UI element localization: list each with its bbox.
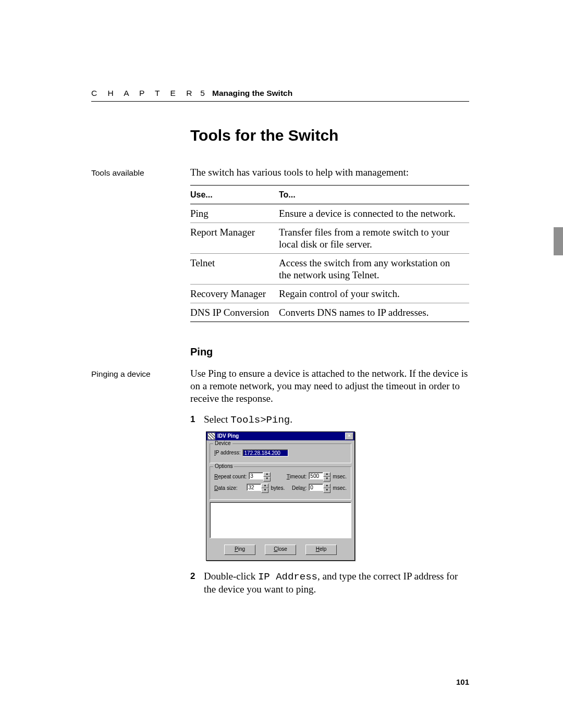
- spin-down[interactable]: ▼: [263, 477, 271, 482]
- tools-intro: The switch has various tools to help wit…: [190, 166, 469, 179]
- chapter-number: 5: [200, 89, 205, 98]
- data-size-input[interactable]: 32: [247, 484, 261, 491]
- unit-msec-2: msec.: [333, 485, 347, 491]
- btn-close-rest: lose: [277, 546, 287, 552]
- section-ping: Pinging a device Use Ping to ensure a de…: [91, 367, 469, 601]
- section-tools: Tools available The switch has various t…: [91, 166, 469, 322]
- step1-trail: .: [290, 414, 292, 425]
- btn-ping-u: P: [235, 546, 238, 552]
- spin-up[interactable]: ▲: [323, 472, 331, 477]
- table-row: Ping Ensure a device is connected to the…: [190, 204, 469, 223]
- help-button[interactable]: Help: [305, 545, 337, 555]
- label-repeat: Repeat count:: [214, 474, 247, 480]
- btn-help-u: H: [316, 546, 320, 552]
- table-row: DNS IP Conversion Converts DNS names to …: [190, 303, 469, 322]
- ping-intro: Use Ping to ensure a device is attached …: [190, 367, 469, 405]
- cell-to: Ensure a device is connected to the net­…: [279, 204, 469, 223]
- cell-use: Report Manager: [190, 223, 279, 254]
- row-repeat-timeout: Repeat count: 3 ▲▼ Timeout: 500 ▲▼ msec.: [214, 472, 347, 482]
- group-device: Device IP address: 172.28.184.200: [210, 443, 351, 463]
- delay-input[interactable]: 0: [309, 484, 323, 491]
- step-number: 2: [190, 570, 204, 596]
- thumb-tab: [554, 227, 563, 255]
- chapter-label: C H A P T E R: [91, 89, 196, 98]
- unit-bytes: bytes.: [271, 485, 285, 491]
- step1-lead: Select: [204, 414, 230, 425]
- page: C H A P T E R 5 Managing the Switch Tool…: [0, 0, 563, 728]
- step2-code: IP Address: [258, 571, 317, 583]
- step-text: Double-click IP Address, and type the co…: [204, 570, 469, 596]
- label-delay: Delay:: [292, 485, 307, 491]
- delay-spinner[interactable]: 0 ▲▼: [309, 484, 331, 493]
- cell-to: Converts DNS names to IP addresses.: [279, 303, 469, 322]
- chapter-title: Managing the Switch: [212, 89, 292, 98]
- spin-up[interactable]: ▲: [263, 472, 271, 477]
- spin-down[interactable]: ▼: [261, 488, 268, 493]
- spin-down[interactable]: ▼: [323, 488, 331, 493]
- cell-use: DNS IP Conversion: [190, 303, 279, 322]
- tools-table: Use... To... Ping Ensure a device is con…: [190, 185, 469, 322]
- sidenote-ping: Pinging a device: [91, 367, 190, 379]
- row-data-delay: Data size: 32 ▲▼ bytes. Delay: 0 ▲▼ msec…: [214, 484, 347, 493]
- data-size-spinner[interactable]: 32 ▲▼: [247, 484, 268, 493]
- page-number: 101: [456, 677, 469, 686]
- ip-address-input[interactable]: 172.28.184.200: [242, 449, 288, 456]
- ping-button[interactable]: Ping: [224, 545, 255, 555]
- timeout-spinner[interactable]: 500 ▲▼: [309, 472, 331, 482]
- table-row: Telnet Access the switch from any workst…: [190, 254, 469, 285]
- step-1: 1 Select Tools>Ping.: [190, 413, 469, 426]
- cell-use: Recovery Manager: [190, 285, 279, 303]
- dialog-titlebar: IDV Ping ×: [206, 432, 354, 440]
- label-data-rest: ata size:: [218, 485, 237, 491]
- cell-use: Telnet: [190, 254, 279, 285]
- unit-msec: msec.: [333, 474, 347, 480]
- label-timeout: Timeout:: [287, 474, 307, 480]
- repeat-count-input[interactable]: 3: [249, 472, 263, 479]
- cell-use: Ping: [190, 204, 279, 223]
- ping-output: [210, 502, 351, 538]
- btn-help-rest: elp: [320, 546, 326, 552]
- ping-dialog: IDV Ping × Device IP address: 172.28.184…: [206, 431, 355, 561]
- btn-ping-rest: ing: [238, 546, 245, 552]
- spin-up[interactable]: ▲: [323, 484, 331, 488]
- label-timeout-rest: imeout:: [290, 474, 307, 479]
- dialog-title: IDV Ping: [217, 433, 345, 439]
- close-dialog-button[interactable]: Close: [265, 545, 296, 555]
- sub-heading-ping: Ping: [190, 346, 469, 358]
- th-to: To...: [279, 186, 469, 204]
- running-head: C H A P T E R 5 Managing the Switch: [91, 89, 469, 102]
- group-options: Options Repeat count: 3 ▲▼ Timeout: 500 …: [210, 466, 351, 500]
- timeout-input[interactable]: 500: [309, 472, 323, 479]
- step-number: 1: [190, 413, 204, 426]
- sidenote-tools: Tools available: [91, 166, 190, 178]
- step2-lead: Double-click: [204, 571, 258, 582]
- table-row: Recovery Manager Regain control of your …: [190, 285, 469, 303]
- label-data: Data size:: [214, 485, 237, 491]
- th-use: Use...: [190, 186, 279, 204]
- spin-down[interactable]: ▼: [323, 477, 331, 482]
- group-options-legend: Options: [213, 463, 234, 470]
- group-device-legend: Device: [213, 440, 232, 447]
- app-icon: [207, 433, 215, 440]
- step-text: Select Tools>Ping.: [204, 413, 469, 426]
- cell-to: Access the switch from any workstation o…: [279, 254, 469, 285]
- page-title: Tools for the Switch: [190, 127, 469, 144]
- repeat-count-spinner[interactable]: 3 ▲▼: [249, 472, 271, 482]
- close-button[interactable]: ×: [345, 433, 353, 440]
- label-delay-rest: Dela: [292, 485, 303, 491]
- dialog-buttons: Ping Close Help: [206, 541, 354, 560]
- spin-up[interactable]: ▲: [261, 484, 268, 488]
- label-repeat-rest: epeat count:: [218, 474, 247, 479]
- section-tools-body: The switch has various tools to help wit…: [190, 166, 469, 322]
- label-delay-end: :: [305, 485, 307, 491]
- label-ip: IP address:: [214, 450, 240, 456]
- cell-to: Transfer files from a remote switch to y…: [279, 223, 469, 254]
- row-ip: IP address: 172.28.184.200: [214, 449, 347, 456]
- label-ip-rest: P address:: [216, 450, 241, 455]
- step1-code: Tools>Ping: [230, 414, 290, 426]
- step-2: 2 Double-click IP Address, and type the …: [190, 570, 469, 596]
- section-ping-body: Use Ping to ensure a device is attached …: [190, 367, 469, 601]
- table-row: Report Manager Transfer files from a rem…: [190, 223, 469, 254]
- cell-to: Regain control of your switch.: [279, 285, 469, 303]
